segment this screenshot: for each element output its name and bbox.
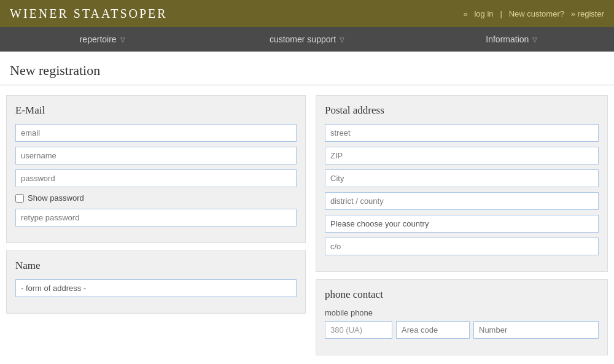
- nav-arrow-customer-support: ▽: [340, 36, 344, 43]
- email-section-title: E-Mail: [15, 104, 297, 117]
- country-select[interactable]: Please choose your country Austria Germa…: [325, 215, 599, 233]
- phone-row: [325, 321, 599, 344]
- main-content: E-Mail Show password Name - form of addr…: [0, 95, 614, 364]
- register-link[interactable]: » register: [571, 9, 604, 18]
- login-link[interactable]: log in: [474, 9, 493, 18]
- password-input[interactable]: [15, 169, 297, 187]
- phone-section-title: phone contact: [325, 288, 599, 301]
- nav-arrow-repertoire: ▽: [120, 36, 125, 43]
- city-input[interactable]: [325, 169, 599, 187]
- nav-label-repertoire: repertoire: [80, 34, 117, 44]
- header-arrow: »: [463, 9, 467, 18]
- mobile-phone-label: mobile phone: [325, 308, 599, 317]
- nav-label-information: Information: [486, 34, 529, 44]
- header: WIENER STAATSOPER » log in | New custome…: [0, 0, 614, 27]
- zip-input[interactable]: [325, 147, 599, 165]
- username-input[interactable]: [15, 147, 297, 165]
- postal-section: Postal address Please choose your countr…: [316, 95, 608, 272]
- show-password-checkbox[interactable]: [15, 194, 24, 203]
- phone-number-input[interactable]: [473, 321, 599, 339]
- show-password-row: Show password: [15, 193, 297, 203]
- name-section: Name - form of address - Mr. Mrs. Ms. Dr…: [6, 250, 306, 314]
- street-input[interactable]: [325, 124, 599, 142]
- name-section-title: Name: [15, 260, 297, 272]
- nav-item-customer-support[interactable]: customer support ▽: [204, 28, 409, 50]
- form-of-address-select[interactable]: - form of address - Mr. Mrs. Ms. Dr. Pro…: [15, 279, 297, 297]
- co-input[interactable]: [325, 238, 599, 255]
- page-title: New registration: [10, 63, 604, 79]
- retype-password-input[interactable]: [15, 209, 297, 227]
- right-panel: Postal address Please choose your countr…: [316, 95, 608, 363]
- email-section: E-Mail Show password: [6, 95, 306, 243]
- new-customer-link[interactable]: New customer?: [509, 9, 564, 18]
- nav-item-repertoire[interactable]: repertoire ▽: [0, 28, 204, 50]
- phone-area-input[interactable]: [396, 321, 470, 339]
- nav-item-information[interactable]: Information ▽: [410, 28, 614, 50]
- header-links: » log in | New customer? » register: [463, 9, 604, 18]
- page-title-section: New registration: [0, 52, 614, 85]
- phone-country-input[interactable]: [325, 321, 392, 339]
- district-input[interactable]: [325, 192, 599, 210]
- nav-arrow-information: ▽: [532, 36, 537, 43]
- logo: WIENER STAATSOPER: [10, 7, 168, 21]
- nav-label-customer-support: customer support: [270, 34, 336, 44]
- nav-bar: repertoire ▽ customer support ▽ Informat…: [0, 27, 614, 52]
- email-input[interactable]: [15, 124, 297, 142]
- phone-section: phone contact mobile phone: [316, 279, 608, 355]
- show-password-label[interactable]: Show password: [28, 193, 84, 203]
- header-separator: |: [500, 9, 502, 18]
- postal-section-title: Postal address: [325, 104, 599, 117]
- left-panel: E-Mail Show password Name - form of addr…: [6, 95, 306, 363]
